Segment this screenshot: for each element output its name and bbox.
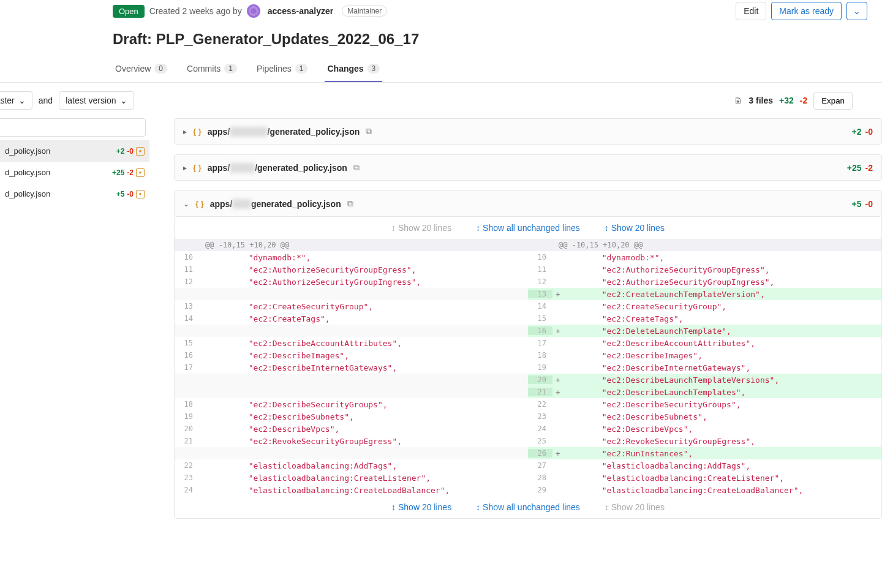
author-link[interactable]: access-analyzer: [268, 6, 333, 16]
chevron-down-icon: ⌄: [120, 96, 127, 105]
diff-line-blank: [175, 386, 528, 398]
diff-line[interactable]: 15 "ec2:CreateTags",: [528, 312, 881, 325]
diff-line[interactable]: 12 "ec2:AuthorizeSecurityGroupIngress",: [175, 276, 528, 288]
diff-line[interactable]: 29 "elasticloadbalancing:CreateLoadBalan…: [528, 484, 881, 496]
deletions-total: -2: [800, 96, 807, 105]
expand-all-unchanged[interactable]: ↕ Show all unchanged lines: [476, 223, 580, 233]
diff-line[interactable]: 22 "ec2:DescribeSecurityGroups",: [528, 398, 881, 410]
file-icon: 🗎: [734, 96, 742, 105]
expand-all-button[interactable]: Expan: [813, 92, 853, 110]
and-label: and: [39, 96, 53, 105]
tab-changes[interactable]: Changes3: [325, 56, 382, 82]
expand-up[interactable]: ↕ Show 20 lines: [391, 223, 451, 233]
additions-total: +32: [779, 96, 794, 105]
diff-line[interactable]: 26+ "ec2:RunInstances",: [528, 447, 881, 459]
mr-tabs: Overview0Commits1Pipelines1Changes3: [0, 56, 882, 83]
json-icon: { }: [193, 127, 202, 136]
copy-path-icon[interactable]: ⧉: [347, 198, 353, 209]
diff-line[interactable]: 20+ "ec2:DescribeLaunchTemplateVersions"…: [528, 374, 881, 386]
diff-line[interactable]: 19 "ec2:DescribeSubnets",: [175, 410, 528, 423]
file-header[interactable]: ⌄{ }apps/▓▓▓generated_policy.json⧉+5-0: [175, 191, 881, 217]
count-badge: 1: [295, 64, 308, 74]
diff-line[interactable]: 18 "ec2:DescribeImages",: [528, 349, 881, 361]
diff-line-blank: [175, 374, 528, 386]
diff-line[interactable]: 19 "ec2:DescribeInternetGateways",: [528, 361, 881, 374]
avatar[interactable]: [247, 4, 260, 18]
created-meta: Created 2 weeks ago by: [149, 6, 242, 16]
chevron-right-icon[interactable]: ▸: [183, 127, 187, 136]
target-branch-select[interactable]: master⌄: [0, 91, 32, 110]
diff-line[interactable]: 11 "ec2:AuthorizeSecurityGroupEgress",: [175, 263, 528, 276]
diff-line[interactable]: 21+ "ec2:DescribeLaunchTemplates",: [528, 386, 881, 398]
diff-line-blank: [175, 325, 528, 337]
hunk-header: @@ -10,15 +10,20 @@: [528, 239, 881, 251]
diff-line[interactable]: 10 "dynamodb:*",: [528, 251, 881, 263]
file-header[interactable]: ▸{ }apps/▓▓▓▓/generated_policy.json⧉+25-…: [174, 154, 882, 181]
expand-row-bottom: ↕ Show 20 lines↕ Show all unchanged line…: [175, 496, 881, 518]
copy-path-icon[interactable]: ⧉: [353, 162, 360, 173]
mark-ready-dropdown[interactable]: ⌄: [846, 2, 867, 20]
diff-line[interactable]: 14 "ec2:CreateSecurityGroup",: [528, 300, 881, 312]
diff-line[interactable]: 11 "ec2:AuthorizeSecurityGroupEgress",: [528, 263, 881, 276]
count-badge: 0: [154, 64, 167, 74]
file-header[interactable]: ▸{ }apps/▓▓▓▓▓▓/generated_policy.json⧉+2…: [174, 118, 882, 145]
tree-file-item[interactable]: d_policy.json+25 -2 ●: [0, 162, 149, 183]
diff-line[interactable]: 24 "elasticloadbalancing:CreateLoadBalan…: [175, 484, 528, 496]
diff-line[interactable]: 23 "ec2:DescribeSubnets",: [528, 410, 881, 423]
diff-line[interactable]: 28 "elasticloadbalancing:CreateListener"…: [528, 472, 881, 484]
diff-line[interactable]: 20 "ec2:DescribeVpcs",: [175, 423, 528, 435]
status-badge: Open: [113, 5, 145, 18]
tab-overview[interactable]: Overview0: [113, 56, 170, 82]
diff-line[interactable]: 18 "ec2:DescribeSecurityGroups",: [175, 398, 528, 410]
diff-toolbar: master⌄ and latest version⌄ 🗎 3 files +3…: [0, 83, 882, 118]
diff-line[interactable]: 15 "ec2:DescribeAccountAttributes",: [175, 337, 528, 349]
json-icon: { }: [193, 163, 202, 172]
expand-all-unchanged[interactable]: ↕ Show all unchanged lines: [476, 502, 580, 512]
expand-down[interactable]: ↕ Show 20 lines: [605, 502, 665, 512]
diff-line[interactable]: 16 "ec2:DescribeImages",: [175, 349, 528, 361]
diff-line[interactable]: 23 "elasticloadbalancing:CreateListener"…: [175, 472, 528, 484]
diff-line[interactable]: 17 "ec2:DescribeInternetGateways",: [175, 361, 528, 374]
expand-up[interactable]: ↕ Show 20 lines: [391, 502, 451, 512]
diff-new: @@ -10,15 +10,20 @@10 "dynamodb:*",11 "e…: [528, 239, 881, 496]
modified-icon: ●: [136, 147, 145, 156]
copy-path-icon[interactable]: ⧉: [366, 126, 372, 137]
count-badge: 1: [224, 64, 237, 74]
mark-ready-button[interactable]: Mark as ready: [771, 2, 842, 20]
diff-line[interactable]: 25 "ec2:RevokeSecurityGroupEgress",: [528, 435, 881, 447]
chevron-right-icon[interactable]: ▸: [183, 164, 187, 172]
mr-header: Open Created 2 weeks ago by access-analy…: [0, 0, 882, 22]
expand-down[interactable]: ↕ Show 20 lines: [605, 223, 665, 233]
diff-line[interactable]: 16+ "ec2:DeleteLaunchTemplate",: [528, 325, 881, 337]
diff-line[interactable]: 17 "ec2:DescribeAccountAttributes",: [528, 337, 881, 349]
chevron-down-icon: ⌄: [18, 96, 26, 105]
diff-line[interactable]: 24 "ec2:DescribeVpcs",: [528, 423, 881, 435]
chevron-down-icon[interactable]: ⌄: [183, 200, 189, 208]
file-count: 3 files: [748, 96, 773, 105]
count-badge: 3: [368, 64, 380, 74]
tab-pipelines[interactable]: Pipelines1: [254, 56, 311, 82]
diff-line[interactable]: 27 "elasticloadbalancing:AddTags",: [528, 459, 881, 472]
diff-line[interactable]: 13+ "ec2:CreateLaunchTemplateVersion",: [528, 288, 881, 300]
version-select[interactable]: latest version⌄: [59, 91, 134, 110]
json-icon: { }: [195, 199, 204, 208]
edit-button[interactable]: Edit: [736, 2, 766, 20]
tab-commits[interactable]: Commits1: [184, 56, 239, 82]
diff-line[interactable]: 10 "dynamodb:*",: [175, 251, 528, 263]
tree-file-item[interactable]: d_policy.json+2 -0 ●: [0, 140, 149, 162]
hunk-header: @@ -10,15 +10,20 @@: [175, 239, 528, 251]
diff-line[interactable]: 21 "ec2:RevokeSecurityGroupEgress",: [175, 435, 528, 447]
diff-line[interactable]: 22 "elasticloadbalancing:AddTags",: [175, 459, 528, 472]
diff-line[interactable]: 12 "ec2:AuthorizeSecurityGroupIngress",: [528, 276, 881, 288]
modified-icon: ●: [136, 190, 145, 198]
modified-icon: ●: [136, 168, 145, 177]
diff-line[interactable]: 13 "ec2:CreateSecurityGroup",: [175, 300, 528, 312]
page-title: Draft: PLP_Generator_Updates_2022_06_17: [0, 22, 882, 56]
diff-line[interactable]: 14 "ec2:CreateTags",: [175, 312, 528, 325]
diff-line-blank: [175, 288, 528, 300]
diff-main: ▸{ }apps/▓▓▓▓▓▓/generated_policy.json⧉+2…: [149, 118, 882, 529]
diff-old: @@ -10,15 +10,20 @@10 "dynamodb:*",11 "e…: [175, 239, 528, 496]
tree-file-item[interactable]: d_policy.json+5 -0 ●: [0, 183, 149, 205]
file-search-input[interactable]: P): [0, 118, 146, 137]
role-badge: Maintainer: [342, 6, 387, 17]
